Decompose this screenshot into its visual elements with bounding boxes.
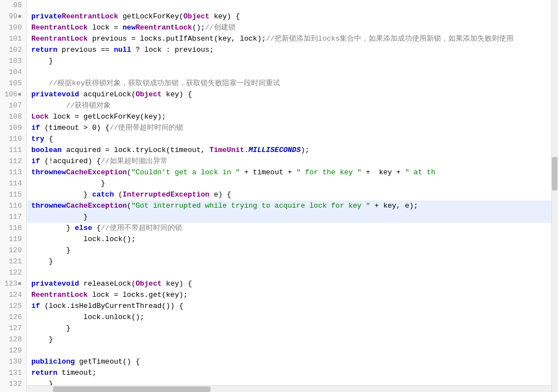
code-line: return previous == null ? lock : previou…: [27, 45, 558, 56]
line-numbers: 9899●100101102103104105106●1071081091101…: [0, 0, 27, 392]
line-number: 120: [4, 245, 22, 256]
line-number: 104: [4, 67, 22, 78]
line-number: 133: [4, 390, 22, 392]
code-line: }: [27, 323, 558, 334]
line-number: 126: [4, 312, 22, 323]
line-number: 124: [4, 290, 22, 301]
code-line: private void releaseLock(Object key) {: [27, 278, 558, 290]
line-number: 130: [4, 356, 22, 367]
code-line: //根据key获得锁对象，获取锁成功加锁，获取锁失败阻塞一段时间重试: [27, 78, 558, 89]
line-number: 99●: [4, 11, 22, 22]
vertical-scrollbar[interactable]: [551, 0, 558, 392]
line-number: 127: [4, 323, 22, 334]
code-line: ReentrantLock previous = locks.putIfAbse…: [27, 33, 558, 45]
line-number: 108: [4, 111, 22, 122]
line-number: 132: [4, 379, 22, 390]
line-number: 107: [4, 100, 22, 111]
line-number: 102: [4, 45, 22, 56]
code-line: ReentrantLock lock = new ReentrantLock()…: [27, 22, 558, 33]
line-number: 118: [4, 223, 22, 234]
line-number: 105: [4, 78, 22, 89]
code-line: [27, 267, 558, 278]
code-line: }: [27, 245, 558, 256]
code-line: lock.lock();: [27, 234, 558, 245]
line-number: 111: [4, 145, 22, 156]
line-number: 103: [4, 56, 22, 67]
line-number: 113: [4, 167, 22, 178]
code-line: boolean acquired = lock.tryLock(timeout,…: [27, 145, 558, 156]
code-line: if (!acquired) {//如果超时抛出异常: [27, 156, 558, 167]
line-number: 119: [4, 234, 22, 245]
horizontal-scrollbar[interactable]: [27, 385, 551, 392]
code-line: }: [27, 334, 558, 345]
code-line: private void acquireLock(Object key) {: [27, 89, 558, 100]
line-number: 110: [4, 134, 22, 145]
code-line: if (timeout > 0) {//使用带超时时间的锁: [27, 122, 558, 134]
code-line: } else {//使用不带超时时间的锁: [27, 223, 558, 234]
code-line: Lock lock = getLockForKey(key);: [27, 111, 558, 122]
line-number: 125: [4, 301, 22, 312]
line-number: 131: [4, 367, 22, 379]
code-line: public long getTimeout() {: [27, 356, 558, 367]
line-number: 121: [4, 256, 22, 267]
line-number: 100: [4, 22, 22, 33]
code-line: if (lock.isHeldByCurrentThread()) {: [27, 301, 558, 312]
code-line: throw new CacheException("Got interrupte…: [27, 200, 558, 212]
code-line: try {: [27, 134, 558, 145]
code-line: [27, 345, 558, 356]
line-number: 116: [4, 200, 22, 212]
code-line: }: [27, 256, 558, 267]
scrollbar-thumb-v[interactable]: [552, 157, 557, 190]
line-number: 112: [4, 156, 22, 167]
line-number: 101: [4, 33, 22, 45]
code-line: //获得锁对象: [27, 100, 558, 111]
code-line: }: [27, 212, 558, 223]
code-content[interactable]: private ReentrantLock getLockForKey(Obje…: [27, 0, 558, 392]
code-line: ReentrantLock lock = locks.get(key);: [27, 290, 558, 301]
line-number: 129: [4, 345, 22, 356]
line-number: 114: [4, 178, 22, 189]
code-line: lock.unlock();: [27, 312, 558, 323]
code-line: [27, 67, 558, 78]
code-line: return timeout;: [27, 367, 558, 379]
line-number: 123●: [4, 278, 22, 290]
line-number: 128: [4, 334, 22, 345]
scrollbar-thumb-h[interactable]: [53, 386, 211, 392]
code-line: }: [27, 178, 558, 189]
line-number: 122: [4, 267, 22, 278]
code-line: throw new CacheException("Couldn't get a…: [27, 167, 558, 178]
code-line: }: [27, 56, 558, 67]
line-number: 115: [4, 189, 22, 200]
code-line: } catch (InterruptedException e) {: [27, 189, 558, 200]
line-number: 106●: [4, 89, 22, 100]
code-editor: 9899●100101102103104105106●1071081091101…: [0, 0, 558, 392]
code-line: private ReentrantLock getLockForKey(Obje…: [27, 11, 558, 22]
line-number: 117: [4, 212, 22, 223]
line-number: 98: [4, 0, 22, 11]
code-area[interactable]: 9899●100101102103104105106●1071081091101…: [0, 0, 558, 392]
line-number: 109: [4, 122, 22, 134]
code-line: [27, 0, 558, 11]
